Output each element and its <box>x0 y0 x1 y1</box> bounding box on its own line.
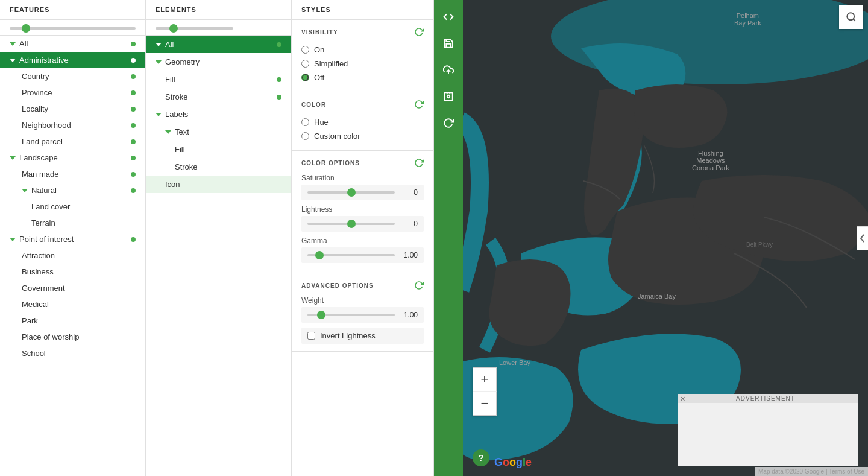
element-item-icon[interactable]: Icon <box>146 176 291 193</box>
gamma-slider[interactable] <box>307 254 395 256</box>
feature-item-land-cover[interactable]: Land cover <box>0 198 145 215</box>
ad-header: ADVERTISEMENT <box>678 394 858 403</box>
elements-panel: ELEMENTS All Geometry Fill Stroke <box>146 0 292 476</box>
element-item-fill[interactable]: Fill <box>146 71 291 88</box>
feature-item-poi[interactable]: Point of interest <box>0 231 145 247</box>
dot-indicator <box>131 172 136 177</box>
invert-lightness-checkbox[interactable] <box>307 332 315 340</box>
weight-value: 1.00 <box>400 311 418 319</box>
elements-slider[interactable] <box>156 27 233 30</box>
svg-point-5 <box>847 13 854 20</box>
elements-slider-row <box>146 20 291 36</box>
styles-panel: STYLES VISIBILITY On Simplified <box>292 0 434 476</box>
search-button[interactable] <box>839 5 863 29</box>
element-item-geometry[interactable]: Geometry <box>146 53 291 71</box>
dot-indicator <box>131 139 136 144</box>
lightness-slider[interactable] <box>307 223 395 225</box>
feature-item-medical[interactable]: Medical <box>0 296 145 313</box>
saturation-slider[interactable] <box>307 191 395 194</box>
element-item-all[interactable]: All <box>146 36 291 53</box>
lightness-label: Lightness <box>301 205 424 214</box>
feature-item-business[interactable]: Business <box>0 264 145 280</box>
dot-indicator <box>131 74 136 79</box>
refresh-map-button[interactable] <box>436 111 461 135</box>
dot-indicator <box>131 156 136 160</box>
elements-list: All Geometry Fill Stroke Labels <box>146 36 291 476</box>
dot-indicator <box>131 58 136 63</box>
visibility-simplified-radio[interactable] <box>301 60 309 68</box>
svg-rect-1 <box>444 92 453 101</box>
chevron-down-icon <box>165 130 171 134</box>
weight-row: Weight 1.00 <box>301 296 424 323</box>
feature-item-landscape[interactable]: Landscape <box>0 150 145 166</box>
zoom-in-button[interactable]: + <box>473 367 497 392</box>
features-slider[interactable] <box>10 27 136 30</box>
dot-indicator <box>277 42 281 47</box>
svg-line-6 <box>853 19 855 21</box>
ad-close-button[interactable]: ✕ <box>678 394 688 404</box>
feature-item-country[interactable]: Country <box>0 68 145 84</box>
visibility-on-row: On <box>301 43 424 57</box>
save-button[interactable] <box>436 31 461 56</box>
gamma-label: Gamma <box>301 236 424 245</box>
feature-item-all[interactable]: All <box>0 36 145 52</box>
color-hue-radio[interactable] <box>301 118 309 126</box>
lightness-row: Lightness 0 <box>301 205 424 232</box>
feature-item-place-of-worship[interactable]: Place of worship <box>0 329 145 345</box>
color-custom-row: Custom color <box>301 129 424 143</box>
feature-item-terrain[interactable]: Terrain <box>0 215 145 231</box>
feature-item-man-made[interactable]: Man made <box>0 166 145 182</box>
color-hue-row: Hue <box>301 115 424 129</box>
feature-item-school[interactable]: School <box>0 345 145 361</box>
lightness-value: 0 <box>400 220 418 228</box>
feature-item-locality[interactable]: Locality <box>0 101 145 117</box>
saturation-control: 0 <box>301 185 424 200</box>
elements-header: ELEMENTS <box>146 0 291 20</box>
map-top-right <box>839 5 863 29</box>
feature-item-attraction[interactable]: Attraction <box>0 247 145 264</box>
dot-indicator <box>131 237 136 242</box>
element-item-stroke[interactable]: Stroke <box>146 88 291 106</box>
upload-button[interactable] <box>436 58 461 82</box>
color-custom-radio[interactable] <box>301 132 309 140</box>
feature-item-park[interactable]: Park <box>0 313 145 329</box>
refresh-icon[interactable] <box>414 100 424 109</box>
dot-indicator <box>131 42 136 46</box>
feature-item-government[interactable]: Government <box>0 280 145 296</box>
element-item-text[interactable]: Text <box>146 123 291 141</box>
visibility-section: VISIBILITY On Simplified Off <box>292 20 433 92</box>
features-slider-row <box>0 20 145 36</box>
feature-item-land-parcel[interactable]: Land parcel <box>0 133 145 150</box>
visibility-on-radio[interactable] <box>301 46 309 54</box>
collapse-panel-button[interactable] <box>857 226 868 250</box>
advanced-options-title: ADVANCED OPTIONS <box>301 281 424 290</box>
gamma-row: Gamma 1.00 <box>301 236 424 263</box>
color-section: COLOR Hue Custom color <box>292 92 433 151</box>
chevron-down-icon <box>156 60 162 64</box>
color-options-section: COLOR OPTIONS Saturation 0 Lightness <box>292 151 433 273</box>
chevron-down-icon <box>10 156 16 160</box>
feature-item-neighborhood[interactable]: Neighborhood <box>0 117 145 133</box>
feature-item-administrative[interactable]: Administrative <box>0 52 145 68</box>
feature-item-province[interactable]: Province <box>0 84 145 101</box>
weight-slider[interactable] <box>307 314 395 316</box>
element-item-text-stroke[interactable]: Stroke <box>146 158 291 176</box>
refresh-icon[interactable] <box>414 281 424 290</box>
zoom-controls: + − <box>473 367 497 416</box>
help-button[interactable]: ? <box>473 449 489 466</box>
element-item-labels[interactable]: Labels <box>146 106 291 123</box>
chevron-down-icon <box>10 238 16 241</box>
refresh-icon[interactable] <box>414 158 424 168</box>
element-item-text-fill[interactable]: Fill <box>146 141 291 158</box>
visibility-off-radio[interactable] <box>301 74 309 81</box>
code-button[interactable] <box>436 5 461 29</box>
chevron-down-icon <box>10 59 16 62</box>
feature-item-natural[interactable]: Natural <box>0 182 145 198</box>
image-button[interactable] <box>436 84 461 109</box>
refresh-icon[interactable] <box>414 27 424 37</box>
toolbar <box>434 0 463 476</box>
zoom-out-button[interactable]: − <box>473 392 497 416</box>
saturation-row: Saturation 0 <box>301 174 424 200</box>
styles-content: VISIBILITY On Simplified Off <box>292 20 433 476</box>
gamma-control: 1.00 <box>301 247 424 263</box>
